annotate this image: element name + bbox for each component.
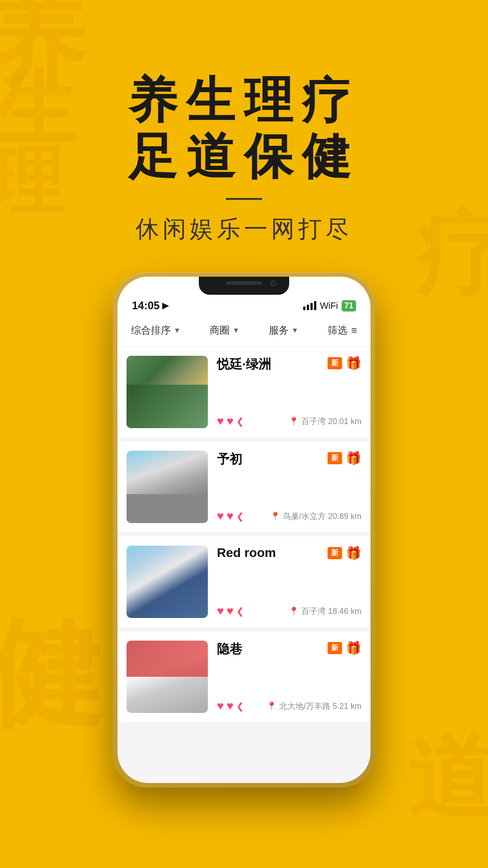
listing-badges-1: 新 🎁	[328, 356, 361, 371]
pin-icon-1: 📍	[289, 416, 299, 426]
heart-3: ❮	[236, 416, 244, 427]
sort-label: 综合排序	[131, 324, 171, 337]
filter-icon: ≡	[351, 325, 357, 336]
listing-top-4: 隐巷 新 🎁	[217, 641, 361, 658]
listing-image-2	[127, 451, 208, 523]
listing-name-4: 隐巷	[217, 641, 242, 658]
heart-3-3: ❮	[236, 606, 244, 617]
listing-image-1	[127, 356, 208, 428]
listing-card-4[interactable]: 隐巷 新 🎁 ♥ ♥ ❮	[117, 632, 371, 722]
location-arrow: ▶	[162, 301, 169, 311]
heart-4-2: ♥	[226, 699, 233, 713]
filter-label: 筛选	[328, 324, 347, 337]
listing-badges-2: 新 🎁	[328, 451, 361, 466]
area-filter[interactable]: 商圈 ▼	[210, 324, 239, 337]
listing-top-2: 予初 新 🎁	[217, 451, 361, 468]
listing-top-1: 悦廷·绿洲 新 🎁	[217, 356, 361, 373]
phone-wrapper: 14:05 ▶ WiFi 71	[0, 272, 488, 788]
location-text-3: 百子湾 18.46 km	[301, 606, 361, 617]
pin-icon-2: 📍	[270, 511, 280, 521]
heart-3-1: ♥	[217, 604, 224, 618]
listing-bottom-4: ♥ ♥ ❮ 📍 北大地/万丰路 5.21 km	[217, 699, 361, 713]
new-badge-2: 新	[328, 452, 342, 464]
listing-name-3: Red room	[217, 546, 276, 560]
heart-2-2: ♥	[226, 509, 233, 523]
filter-button[interactable]: 筛选 ≡	[328, 324, 357, 337]
gift-badge-3: 🎁	[346, 546, 361, 561]
heart-2: ♥	[226, 414, 233, 428]
service-filter[interactable]: 服务 ▼	[269, 324, 299, 337]
filter-bar[interactable]: 综合排序 ▼ 商圈 ▼ 服务 ▼ 筛选 ≡	[117, 315, 371, 347]
heart-1: ♥	[217, 414, 224, 428]
hearts-3: ♥ ♥ ❮	[217, 604, 244, 618]
new-badge-4: 新	[328, 642, 342, 654]
hero-title-line2: 足道保健	[0, 128, 488, 184]
camera	[270, 280, 277, 287]
listing-card-2[interactable]: 予初 新 🎁 ♥ ♥ ❮	[117, 442, 371, 532]
listing-name-2: 予初	[217, 451, 242, 468]
signal-bars	[303, 301, 316, 310]
listing-bottom-2: ♥ ♥ ❮ 📍 鸟巢/水立方 20.89 km	[217, 509, 361, 523]
location-text-1: 百子湾 20.01 km	[301, 416, 361, 427]
listing-info-2: 予初 新 🎁 ♥ ♥ ❮	[217, 451, 361, 523]
listing-image-3	[127, 546, 208, 618]
gift-badge-1: 🎁	[346, 356, 361, 371]
signal-bar-2	[307, 305, 309, 310]
listing-name-1: 悦廷·绿洲	[217, 356, 271, 373]
status-icons: WiFi 71	[303, 300, 356, 311]
hearts-4: ♥ ♥ ❮	[217, 699, 244, 713]
pin-icon-3: 📍	[289, 606, 299, 616]
listing-bottom-1: ♥ ♥ ❮ 📍 百子湾 20.01 km	[217, 414, 361, 428]
service-arrow: ▼	[291, 326, 299, 335]
listing-badges-3: 新 🎁	[328, 546, 361, 561]
listing-image-4	[127, 641, 208, 713]
gift-badge-4: 🎁	[346, 641, 361, 656]
service-label: 服务	[269, 324, 289, 337]
listing-bottom-3: ♥ ♥ ❮ 📍 百子湾 18.46 km	[217, 604, 361, 618]
heart-3-2: ♥	[226, 604, 233, 618]
signal-bar-3	[310, 303, 313, 310]
listing-info-4: 隐巷 新 🎁 ♥ ♥ ❮	[217, 641, 361, 713]
hero-section: 养生理疗 足道保健 休闲娱乐一网打尽	[0, 0, 488, 245]
speaker	[226, 281, 262, 285]
listing-top-3: Red room 新 🎁	[217, 546, 361, 561]
status-time: 14:05 ▶	[132, 299, 169, 312]
pin-icon-4: 📍	[267, 701, 277, 711]
phone-outer: 14:05 ▶ WiFi 71	[113, 272, 375, 788]
area-arrow: ▼	[232, 326, 239, 335]
location-2: 📍 鸟巢/水立方 20.89 km	[270, 511, 361, 522]
listing-info-3: Red room 新 🎁 ♥ ♥ ❮	[217, 546, 361, 618]
new-badge-1: 新	[328, 357, 342, 369]
location-4: 📍 北大地/万丰路 5.21 km	[267, 701, 361, 712]
gift-badge-2: 🎁	[346, 451, 361, 466]
heart-2-1: ♥	[217, 509, 224, 523]
area-label: 商圈	[210, 324, 230, 337]
hero-title-line1: 养生理疗	[0, 72, 488, 128]
heart-4-1: ♥	[217, 699, 224, 713]
signal-bar-4	[314, 301, 316, 310]
heart-2-3: ❮	[236, 511, 244, 522]
sort-arrow: ▼	[174, 326, 181, 335]
heart-4-3: ❮	[236, 701, 244, 712]
listing-info-1: 悦廷·绿洲 新 🎁 ♥ ♥ ❮	[217, 356, 361, 428]
hearts-2: ♥ ♥ ❮	[217, 509, 244, 523]
listing-card[interactable]: 悦廷·绿洲 新 🎁 ♥ ♥ ❮	[117, 347, 371, 437]
location-text-2: 鸟巢/水立方 20.89 km	[283, 511, 361, 522]
wifi-icon: WiFi	[320, 301, 338, 311]
listing-card-3[interactable]: Red room 新 🎁 ♥ ♥ ❮	[117, 537, 371, 627]
listing-badges-4: 新 🎁	[328, 641, 361, 656]
phone-notch	[199, 277, 289, 295]
listings-container: 悦廷·绿洲 新 🎁 ♥ ♥ ❮	[117, 347, 371, 726]
location-text-4: 北大地/万丰路 5.21 km	[279, 701, 361, 712]
hero-subtitle: 休闲娱乐一网打尽	[0, 213, 488, 245]
location-3: 📍 百子湾 18.46 km	[289, 606, 361, 617]
location-1: 📍 百子湾 20.01 km	[289, 416, 361, 427]
phone-screen: 14:05 ▶ WiFi 71	[117, 277, 371, 783]
hero-divider	[226, 198, 262, 200]
sort-filter[interactable]: 综合排序 ▼	[131, 324, 181, 337]
battery: 71	[342, 300, 356, 311]
hearts-1: ♥ ♥ ❮	[217, 414, 244, 428]
new-badge-3: 新	[328, 547, 342, 559]
signal-bar-1	[303, 307, 305, 310]
